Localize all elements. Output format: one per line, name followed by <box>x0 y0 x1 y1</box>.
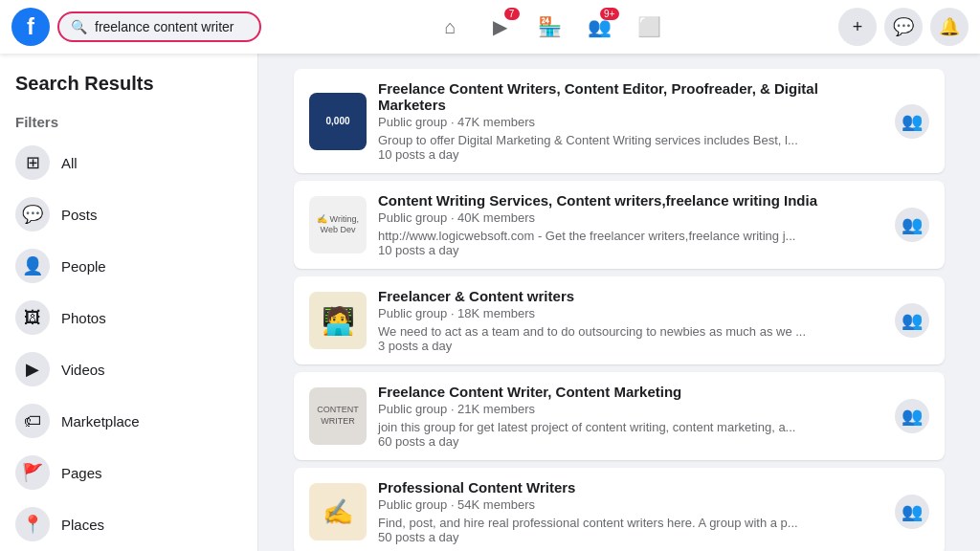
watch-nav-button[interactable]: ▶7 <box>478 4 523 50</box>
photos-icon: 🖼 <box>15 300 50 335</box>
watch-badge: 7 <box>504 8 520 20</box>
sidebar-item-pages-label: Pages <box>61 465 102 481</box>
result-info-4: Freelance Content Writer, Content Market… <box>378 384 883 449</box>
filters-label: Filters <box>8 106 250 138</box>
sidebar-item-marketplace-label: Marketplace <box>61 413 140 430</box>
home-nav-button[interactable]: ⌂ <box>428 4 474 50</box>
videos-icon: ▶ <box>15 352 50 386</box>
messenger-button[interactable]: 💬 <box>884 8 923 46</box>
sidebar-item-pages[interactable]: 🚩 Pages <box>8 448 250 497</box>
result-thumb-1: 0,000 <box>309 93 367 150</box>
sidebar-item-posts-label: Posts <box>61 207 98 223</box>
result-thumb-4: CONTENTWRITER <box>309 387 367 445</box>
sidebar-item-photos-label: Photos <box>61 310 106 326</box>
result-desc-5: Find, post, and hire real professional c… <box>378 516 883 544</box>
join-button-4[interactable]: 👥 <box>895 399 929 433</box>
result-info-3: Freelancer & Content writers Public grou… <box>378 288 883 353</box>
sidebar-item-marketplace[interactable]: 🏷 Marketplace <box>8 396 250 446</box>
main-layout: Search Results Filters ⊞ All 💬 Posts 👤 P… <box>0 54 980 551</box>
result-card-4: CONTENTWRITER Freelance Content Writer, … <box>294 372 945 460</box>
groups-badge: 9+ <box>600 8 618 20</box>
sidebar-item-posts[interactable]: 💬 Posts <box>8 189 250 239</box>
result-meta-2: Public group · 40K members <box>378 210 883 225</box>
people-icon: 👤 <box>15 249 50 283</box>
result-card-3: 🧑‍💻 Freelancer & Content writers Public … <box>294 276 945 364</box>
result-info-1: Freelance Content Writers, Content Edito… <box>378 80 883 162</box>
places-icon: 📍 <box>15 507 50 541</box>
nav-right: + 💬 🔔 <box>838 8 969 46</box>
result-meta-5: Public group · 54K members <box>378 497 883 512</box>
result-title-4[interactable]: Freelance Content Writer, Content Market… <box>378 384 883 400</box>
gaming-nav-button[interactable]: ⬜ <box>627 4 673 50</box>
result-desc-1: Group to offer Digital Marketing & Conte… <box>378 133 883 162</box>
sidebar: Search Results Filters ⊞ All 💬 Posts 👤 P… <box>0 54 258 551</box>
result-card-1: 0,000 Freelance Content Writers, Content… <box>294 69 945 173</box>
sidebar-item-all[interactable]: ⊞ All <box>8 138 250 187</box>
nav-icons: ⌂ ▶7 🏪 👥9+ ⬜ <box>269 4 831 50</box>
result-title-3[interactable]: Freelancer & Content writers <box>378 288 883 304</box>
groups-nav-button[interactable]: 👥9+ <box>577 4 623 50</box>
pages-icon: 🚩 <box>15 455 50 490</box>
search-box[interactable]: 🔍 <box>57 11 261 42</box>
posts-icon: 💬 <box>15 197 50 231</box>
sidebar-item-places-label: Places <box>61 517 104 533</box>
sidebar-title: Search Results <box>8 65 250 106</box>
result-meta-3: Public group · 18K members <box>378 306 883 320</box>
marketplace-nav-button[interactable]: 🏪 <box>527 4 573 50</box>
join-button-2[interactable]: 👥 <box>895 208 929 242</box>
sidebar-item-videos-label: Videos <box>61 362 105 378</box>
sidebar-item-people[interactable]: 👤 People <box>8 241 250 291</box>
sidebar-item-photos[interactable]: 🖼 Photos <box>8 293 250 342</box>
result-meta-4: Public group · 21K members <box>378 402 883 416</box>
result-info-5: Professional Content Writers Public grou… <box>378 479 883 544</box>
result-meta-1: Public group · 47K members <box>378 115 883 129</box>
result-card-5: ✍️ Professional Content Writers Public g… <box>294 468 945 551</box>
result-info-2: Content Writing Services, Content writer… <box>378 192 883 257</box>
result-desc-4: join this group for get latest project o… <box>378 420 883 449</box>
results-list: 0,000 Freelance Content Writers, Content… <box>294 69 945 551</box>
result-title-1[interactable]: Freelance Content Writers, Content Edito… <box>378 80 883 113</box>
facebook-logo[interactable]: f <box>11 8 50 46</box>
result-title-2[interactable]: Content Writing Services, Content writer… <box>378 192 883 209</box>
join-button-3[interactable]: 👥 <box>895 303 929 338</box>
sidebar-item-places[interactable]: 📍 Places <box>8 499 250 549</box>
search-icon: 🔍 <box>71 19 87 34</box>
all-icon: ⊞ <box>15 145 50 180</box>
marketplace-icon: 🏷 <box>15 404 50 438</box>
result-thumb-2: ✍ Writing, Web Dev <box>309 196 367 253</box>
sidebar-item-all-label: All <box>61 155 78 171</box>
result-desc-2: http://www.logicwebsoft.com - Get the fr… <box>378 229 883 257</box>
result-desc-3: We need to act as a team and to do outso… <box>378 324 883 353</box>
search-input[interactable] <box>95 19 248 34</box>
join-button-1[interactable]: 👥 <box>895 104 929 139</box>
notifications-button[interactable]: 🔔 <box>930 8 969 46</box>
main-content: 0,000 Freelance Content Writers, Content… <box>258 54 980 551</box>
top-navigation: f 🔍 ⌂ ▶7 🏪 👥9+ ⬜ + 💬 🔔 <box>0 0 980 54</box>
result-card-2: ✍ Writing, Web Dev Content Writing Servi… <box>294 181 945 269</box>
add-button[interactable]: + <box>838 8 877 46</box>
result-thumb-5: ✍️ <box>309 483 367 540</box>
sidebar-item-videos[interactable]: ▶ Videos <box>8 344 250 394</box>
result-thumb-3: 🧑‍💻 <box>309 292 367 349</box>
result-title-5[interactable]: Professional Content Writers <box>378 479 883 496</box>
sidebar-item-people-label: People <box>61 258 106 275</box>
join-button-5[interactable]: 👥 <box>895 495 929 529</box>
